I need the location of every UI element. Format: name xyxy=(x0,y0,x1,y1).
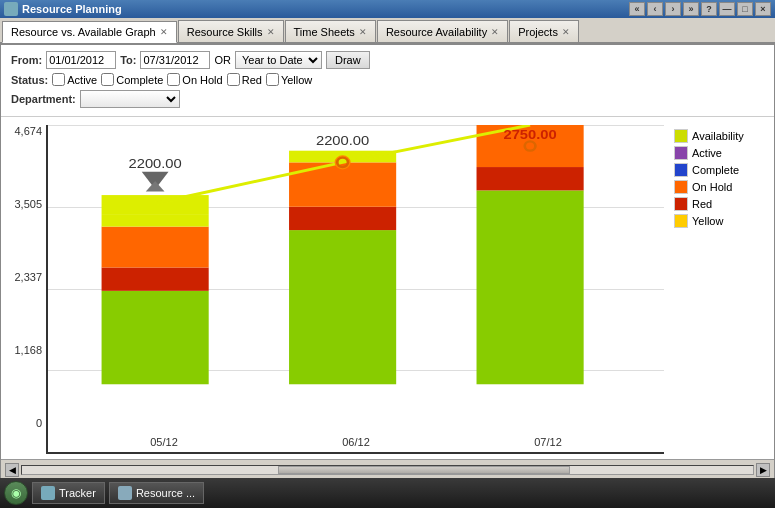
legend-item-yellow: Yellow xyxy=(674,214,764,228)
yellow-label: Yellow xyxy=(281,74,312,86)
tab-label-5: Projects xyxy=(518,26,558,38)
tab-label-4: Resource Availability xyxy=(386,26,487,38)
close-btn[interactable]: × xyxy=(755,2,771,16)
taskbar-btn-resource[interactable]: Resource ... xyxy=(109,482,204,504)
onhold-label: On Hold xyxy=(182,74,222,86)
tab-label-3: Time Sheets xyxy=(294,26,355,38)
svg-rect-9 xyxy=(477,167,584,190)
complete-label: Complete xyxy=(116,74,163,86)
tab-resource-availability[interactable]: Resource Availability ✕ xyxy=(377,20,508,42)
active-label: Active xyxy=(67,74,97,86)
svg-point-19 xyxy=(337,158,348,167)
minimize-btn[interactable]: — xyxy=(719,2,735,16)
x-label-0512: 05/12 xyxy=(114,436,214,448)
legend-label-availability: Availability xyxy=(692,130,744,142)
controls-panel: From: To: OR Year to Date Draw Status: A… xyxy=(1,45,774,117)
red-checkbox[interactable] xyxy=(227,73,240,86)
legend-color-complete xyxy=(674,163,688,177)
svg-rect-8 xyxy=(477,190,584,384)
tab-close-3[interactable]: ✕ xyxy=(359,27,367,37)
taskbar-btn-tracker[interactable]: Tracker xyxy=(32,482,105,504)
svg-rect-5 xyxy=(289,207,396,230)
scroll-thumb[interactable] xyxy=(278,466,570,474)
taskbar: ◉ Tracker Resource ... xyxy=(0,478,775,508)
svg-rect-2 xyxy=(102,227,209,268)
tab-close-1[interactable]: ✕ xyxy=(160,27,168,37)
tab-label-2: Resource Skills xyxy=(187,26,263,38)
start-icon: ◉ xyxy=(11,486,21,500)
svg-text:2200.00: 2200.00 xyxy=(129,156,183,171)
scrollbar-area: ◀ ▶ xyxy=(1,459,774,479)
tab-resource-vs-available[interactable]: Resource vs. Available Graph ✕ xyxy=(2,21,177,43)
complete-checkbox[interactable] xyxy=(101,73,114,86)
legend-item-red: Red xyxy=(674,197,764,211)
legend-item-availability: Availability xyxy=(674,129,764,143)
y-label-1168: 1,168 xyxy=(14,344,42,356)
tab-label-1: Resource vs. Available Graph xyxy=(11,26,156,38)
scroll-right-arrow[interactable]: ▶ xyxy=(756,463,770,477)
y-label-2337: 2,337 xyxy=(14,271,42,283)
onhold-checkbox[interactable] xyxy=(167,73,180,86)
svg-marker-13 xyxy=(142,172,169,190)
yellow-checkbox-label[interactable]: Yellow xyxy=(266,73,312,86)
chart-wrapper: 4,674 3,505 2,337 1,168 0 xyxy=(11,125,764,454)
svg-text:2750.00: 2750.00 xyxy=(503,127,557,142)
scroll-left-arrow[interactable]: ◀ xyxy=(5,463,19,477)
scroll-track[interactable] xyxy=(21,465,754,475)
chart-area: 4,674 3,505 2,337 1,168 0 xyxy=(1,117,774,459)
tracker-icon xyxy=(41,486,55,500)
legend-label-active: Active xyxy=(692,147,722,159)
nav-first-btn[interactable]: « xyxy=(629,2,645,16)
tab-close-2[interactable]: ✕ xyxy=(267,27,275,37)
nav-prev-btn[interactable]: ‹ xyxy=(647,2,663,16)
department-select[interactable] xyxy=(80,90,180,108)
legend-color-yellow xyxy=(674,214,688,228)
draw-button[interactable]: Draw xyxy=(326,51,370,69)
tab-close-4[interactable]: ✕ xyxy=(491,27,499,37)
legend-color-active xyxy=(674,146,688,160)
tab-resource-skills[interactable]: Resource Skills ✕ xyxy=(178,20,284,42)
legend-color-availability xyxy=(674,129,688,143)
legend-color-red xyxy=(674,197,688,211)
year-to-date-select[interactable]: Year to Date xyxy=(235,51,322,69)
yellow-checkbox[interactable] xyxy=(266,73,279,86)
svg-rect-6 xyxy=(289,162,396,206)
svg-rect-1 xyxy=(102,267,209,290)
title-bar: Resource Planning « ‹ › » ? — □ × xyxy=(0,0,775,18)
department-row: Department: xyxy=(11,90,764,108)
to-label: To: xyxy=(120,54,136,66)
active-checkbox[interactable] xyxy=(52,73,65,86)
nav-last-btn[interactable]: » xyxy=(683,2,699,16)
tab-time-sheets[interactable]: Time Sheets ✕ xyxy=(285,20,376,42)
svg-point-14 xyxy=(336,157,349,169)
onhold-checkbox-label[interactable]: On Hold xyxy=(167,73,222,86)
status-row: Status: Active Complete On Hold Red Yell… xyxy=(11,73,764,86)
grid-line-25 xyxy=(48,207,664,208)
legend-label-onhold: On Hold xyxy=(692,181,732,193)
maximize-btn[interactable]: □ xyxy=(737,2,753,16)
active-checkbox-label[interactable]: Active xyxy=(52,73,97,86)
tab-projects[interactable]: Projects ✕ xyxy=(509,20,579,42)
complete-checkbox-label[interactable]: Complete xyxy=(101,73,163,86)
svg-point-21 xyxy=(525,141,536,150)
chart-plot: 2200.00 2200.00 2750.00 05/12 xyxy=(46,125,664,454)
legend: Availability Active Complete On Hold Red xyxy=(664,125,764,454)
svg-rect-12 xyxy=(102,195,209,215)
or-label: OR xyxy=(214,54,231,66)
start-button[interactable]: ◉ xyxy=(4,481,28,505)
help-btn[interactable]: ? xyxy=(701,2,717,16)
tab-bar: Resource vs. Available Graph ✕ Resource … xyxy=(0,18,775,44)
main-content: From: To: OR Year to Date Draw Status: A… xyxy=(0,44,775,480)
red-checkbox-label[interactable]: Red xyxy=(227,73,262,86)
y-label-0: 0 xyxy=(36,417,42,429)
from-date-input[interactable] xyxy=(46,51,116,69)
legend-item-complete: Complete xyxy=(674,163,764,177)
taskbar-label-resource: Resource ... xyxy=(136,487,195,499)
to-date-input[interactable] xyxy=(140,51,210,69)
nav-next-btn[interactable]: › xyxy=(665,2,681,16)
date-controls-row: From: To: OR Year to Date Draw xyxy=(11,51,764,69)
department-label: Department: xyxy=(11,93,76,105)
tab-close-5[interactable]: ✕ xyxy=(562,27,570,37)
x-label-0712: 07/12 xyxy=(498,436,598,448)
svg-rect-7 xyxy=(289,151,396,163)
